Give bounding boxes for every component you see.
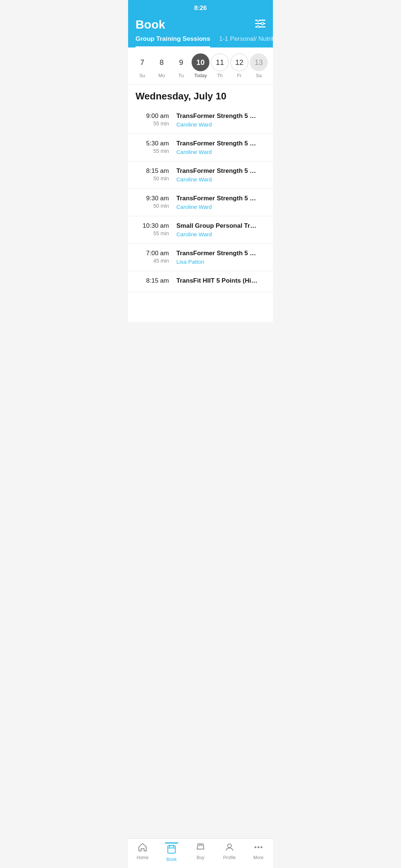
date-item-7[interactable]: 7 Su <box>133 53 152 78</box>
session-item-3[interactable]: 9:30 am 50 min TransFormer Strength 5 … … <box>128 189 273 216</box>
date-number-13: 13 <box>250 53 268 71</box>
svg-point-5 <box>257 26 259 28</box>
session-info-5: TransFormer Strength 5 … Lisa Patton <box>176 250 265 265</box>
date-number-8: 8 <box>153 53 170 71</box>
date-number-7: 7 <box>133 53 151 71</box>
status-bar: 8:26 <box>128 0 273 15</box>
date-heading-text: Wednesday, July 10 <box>136 91 226 102</box>
session-time-6: 8:15 am <box>136 277 176 285</box>
date-item-11[interactable]: 11 Th <box>210 53 229 78</box>
status-time: 8:26 <box>194 4 207 12</box>
session-info-6: TransFit HIIT 5 Points (Hi… <box>176 277 265 286</box>
date-picker: 7 Su 8 Mo 9 Tu 10 Today 11 Th 12 Fr 13 S… <box>128 47 273 85</box>
date-label-9: Tu <box>178 73 184 78</box>
session-info-1: TransFormer Strength 5 … Caroline Ward <box>176 140 265 155</box>
session-item-6[interactable]: 8:15 am TransFit HIIT 5 Points (Hi… <box>128 271 273 292</box>
date-item-10[interactable]: 10 Today <box>191 53 210 78</box>
page-title: Book <box>136 18 165 32</box>
date-item-8[interactable]: 8 Mo <box>152 53 171 78</box>
date-label-8: Mo <box>158 73 165 78</box>
session-info-4: Small Group Personal Tr… Caroline Ward <box>176 222 265 237</box>
date-item-9[interactable]: 9 Tu <box>172 53 191 78</box>
category-tabs: Group Training Sessions 1-1 Personal/ Nu… <box>128 32 273 47</box>
session-item-2[interactable]: 8:15 am 50 min TransFormer Strength 5 … … <box>128 161 273 189</box>
date-heading-section: Wednesday, July 10 <box>128 85 273 106</box>
date-item-12[interactable]: 12 Fr <box>230 53 249 78</box>
date-label-10: Today <box>194 73 207 78</box>
header: Book <box>128 15 273 32</box>
session-time-1: 5:30 am 55 min <box>136 140 176 154</box>
session-time-0: 9:00 am 55 min <box>136 112 176 126</box>
date-label-7: Su <box>139 73 145 78</box>
session-time-5: 7:00 am 45 min <box>136 250 176 264</box>
date-label-13: Sa <box>256 73 262 78</box>
date-number-12: 12 <box>231 53 248 71</box>
session-list: 9:00 am 55 min TransFormer Strength 5 … … <box>128 106 273 322</box>
date-label-12: Fr <box>237 73 241 78</box>
tab-group-training[interactable]: Group Training Sessions <box>136 35 210 47</box>
session-item-1[interactable]: 5:30 am 55 min TransFormer Strength 5 … … <box>128 134 273 161</box>
session-time-4: 10:30 am 55 min <box>136 222 176 236</box>
session-item-0[interactable]: 9:00 am 55 min TransFormer Strength 5 … … <box>128 106 273 134</box>
tab-personal[interactable]: 1-1 Personal/ Nutritio… <box>219 35 273 47</box>
date-label-11: Th <box>217 73 223 78</box>
session-info-3: TransFormer Strength 5 … Caroline Ward <box>176 195 265 210</box>
date-number-11: 11 <box>211 53 229 71</box>
svg-point-4 <box>261 22 264 24</box>
session-info-0: TransFormer Strength 5 … Caroline Ward <box>176 112 265 128</box>
session-item-4[interactable]: 10:30 am 55 min Small Group Personal Tr…… <box>128 216 273 244</box>
date-item-13[interactable]: 13 Sa <box>249 53 268 78</box>
session-info-2: TransFormer Strength 5 … Caroline Ward <box>176 167 265 183</box>
date-number-10: 10 <box>192 53 209 71</box>
date-number-9: 9 <box>172 53 190 71</box>
session-item-5[interactable]: 7:00 am 45 min TransFormer Strength 5 … … <box>128 244 273 271</box>
filter-icon[interactable] <box>255 20 265 30</box>
svg-point-3 <box>257 20 259 22</box>
session-time-2: 8:15 am 50 min <box>136 167 176 181</box>
session-time-3: 9:30 am 50 min <box>136 195 176 209</box>
